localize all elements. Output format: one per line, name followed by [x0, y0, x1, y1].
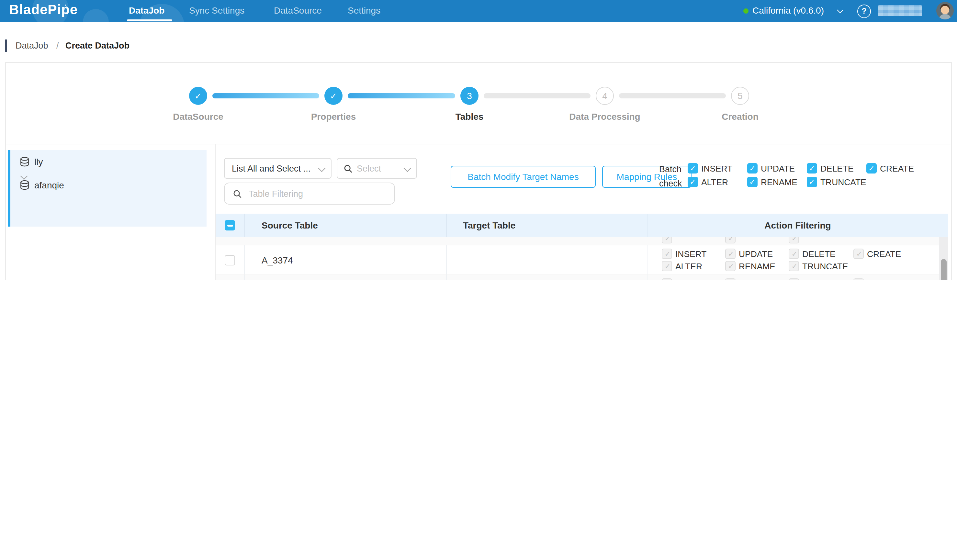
action-delete: DELETE: [807, 163, 866, 174]
action-insert: INSERT: [662, 249, 725, 259]
chevron-down-icon: [318, 165, 326, 172]
action-label: CREATE: [880, 164, 914, 173]
source-db-name: lly: [34, 157, 43, 167]
action-create: CREATE: [866, 163, 914, 174]
table-scrollbar-track[interactable]: [939, 237, 948, 280]
checkbox: [662, 237, 672, 243]
action-create: CREATE: [853, 278, 901, 280]
database-icon: [19, 157, 30, 167]
sidebar-accent-bar: [8, 150, 10, 227]
step-connector: [484, 93, 591, 98]
table-header: Source Table Target Table Action Filteri…: [216, 214, 948, 237]
database-icon: [19, 180, 30, 190]
avatar-face: [941, 6, 949, 14]
breadcrumb-separator: /: [56, 41, 59, 50]
action-checkbox-update: [725, 278, 736, 280]
row-select-cell: [216, 275, 245, 280]
column-header-source-table: Source Table: [262, 220, 318, 230]
action-insert: INSERT: [688, 163, 747, 174]
table-scrollbar-thumb[interactable]: [941, 259, 946, 280]
action-checkbox-create: [853, 249, 864, 259]
search-icon: [232, 189, 242, 199]
action-label: CREATE: [867, 249, 901, 259]
action-checkbox-rename[interactable]: [747, 177, 758, 187]
nav-item-datasource[interactable]: DataSource: [274, 5, 322, 16]
action-checkbox-delete[interactable]: [807, 163, 817, 174]
action-label: CREATE: [867, 279, 901, 280]
table-body: A_3374INSERTUPDATEDELETECREATEALTERRENAM…: [216, 237, 939, 280]
step-circle-creation: 5: [731, 87, 749, 105]
checkbox: [789, 237, 799, 243]
action-checkbox-update[interactable]: [747, 163, 758, 174]
schema-select-placeholder: Select: [353, 164, 381, 173]
top-nav: BladePipe DataJob Sync Settings DataSour…: [0, 0, 957, 22]
action-checkbox-create[interactable]: [866, 163, 877, 174]
action-checkbox-delete: [789, 278, 799, 280]
column-header-target-table: Target Table: [463, 220, 515, 230]
status-dot: [743, 8, 749, 14]
step-label-properties: Properties: [282, 111, 385, 122]
row-select-checkbox[interactable]: [225, 255, 235, 265]
action-alter: ALTER: [662, 261, 725, 271]
action-checkbox-truncate: [789, 261, 799, 271]
action-label: DELETE: [820, 164, 854, 173]
action-checkbox-rename: [725, 261, 736, 271]
app-root: BladePipe DataJob Sync Settings DataSour…: [0, 0, 957, 280]
schema-select[interactable]: Select: [337, 158, 417, 179]
source-table-cell: A_3375: [245, 275, 447, 280]
breadcrumb-parent[interactable]: DataJob: [16, 41, 48, 50]
nav-item-datajob[interactable]: DataJob: [129, 5, 164, 16]
column-header-action-filtering: Action Filtering: [764, 220, 831, 230]
action-truncate: TRUNCATE: [789, 261, 853, 271]
action-checkbox-insert: [662, 278, 672, 280]
avatar-shirt: [939, 14, 951, 19]
action-update: UPDATE: [725, 278, 789, 280]
step-connector: [348, 93, 455, 98]
sidebar-target-db: afanqie: [19, 180, 64, 190]
nav-item-sync-settings[interactable]: Sync Settings: [189, 5, 245, 16]
divider: [6, 144, 951, 144]
action-label: TRUNCATE: [802, 261, 848, 271]
batch-check-label: check: [659, 179, 682, 188]
action-update: UPDATE: [747, 163, 807, 174]
select-all-header-checkbox[interactable]: [225, 220, 235, 230]
decorative-bubble: [83, 9, 109, 22]
table-filter-input[interactable]: [247, 188, 379, 199]
batch-modify-target-names-button[interactable]: Batch Modify Target Names: [451, 166, 596, 188]
help-icon[interactable]: ?: [857, 5, 871, 18]
row-select-cell: [216, 245, 245, 274]
action-checkbox-insert[interactable]: [688, 163, 698, 174]
avatar[interactable]: [936, 2, 954, 19]
action-checkbox-truncate[interactable]: [807, 177, 817, 187]
target-table-cell: [447, 245, 647, 274]
action-label: DELETE: [802, 279, 835, 280]
table-row: A_3374INSERTUPDATEDELETECREATEALTERRENAM…: [216, 245, 939, 275]
action-delete: DELETE: [789, 278, 853, 280]
action-truncate: TRUNCATE: [807, 177, 866, 187]
table-row: A_3375INSERTUPDATEDELETECREATEALTERRENAM…: [216, 275, 939, 280]
action-create: CREATE: [853, 249, 901, 259]
action-label: TRUNCATE: [820, 177, 866, 187]
list-mode-value: List All and Select ...: [225, 164, 311, 173]
action-label: INSERT: [675, 249, 706, 259]
nav-item-settings[interactable]: Settings: [348, 5, 381, 16]
step-circle-datasource: [189, 87, 207, 105]
list-mode-select[interactable]: List All and Select ...: [224, 158, 332, 179]
step-label-creation: Creation: [688, 111, 792, 122]
action-checkbox-insert: [662, 249, 672, 259]
action-update: UPDATE: [725, 249, 789, 259]
action-label: RENAME: [761, 177, 798, 187]
target-table-cell: [447, 275, 647, 280]
sidebar-selected-pair[interactable]: lly afanqie Selected 3 /62 Tables Action…: [8, 150, 207, 227]
breadcrumb-accent-bar: [5, 39, 7, 52]
action-alter: ALTER: [688, 177, 747, 187]
target-db-name: afanqie: [34, 180, 64, 190]
action-delete: DELETE: [789, 249, 853, 259]
active-tab-underline: [127, 19, 172, 21]
table-filter-box: [224, 183, 395, 205]
step-circle-data-processing: 4: [596, 87, 614, 105]
action-label: INSERT: [701, 164, 732, 173]
action-checkbox-create: [853, 278, 864, 280]
action-checkbox-alter[interactable]: [688, 177, 698, 187]
region-selector[interactable]: California (v0.6.0): [752, 5, 824, 16]
